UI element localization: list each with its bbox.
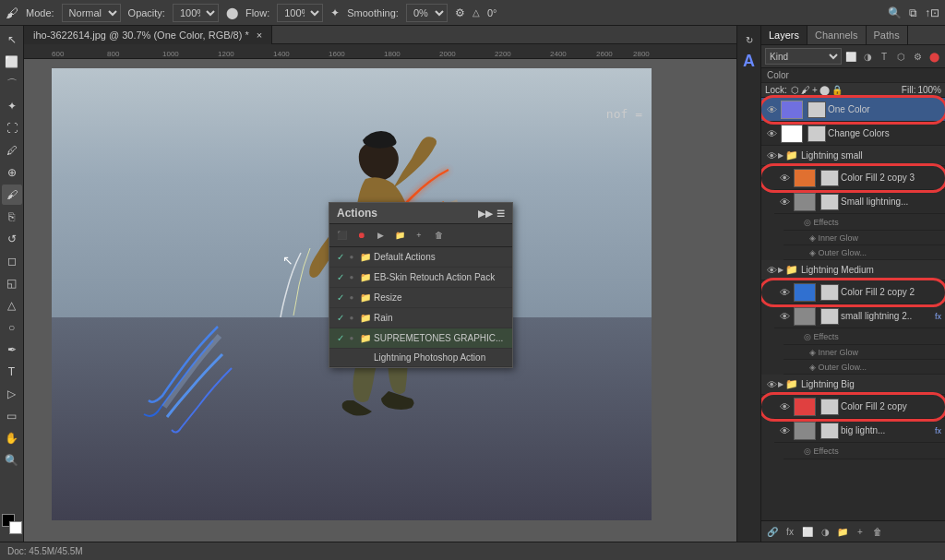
play-btn[interactable]: ▶	[372, 228, 389, 243]
eyedropper-tool[interactable]: 🖊	[2, 140, 22, 161]
action-row-ebskin[interactable]: ✓ ● 📁 EB-Skin Retouch Action Pack	[329, 268, 512, 288]
new-layer-btn[interactable]: +	[853, 524, 867, 539]
fg-bg-swatches[interactable]	[2, 514, 22, 534]
zoom-tool[interactable]: 🔍	[2, 450, 22, 471]
background-color[interactable]	[9, 521, 22, 534]
fill-value[interactable]: 100%	[917, 85, 941, 95]
new-set-btn[interactable]: 📁	[391, 228, 408, 243]
group-row-lightning-small[interactable]: 👁 ▶ 📁 Lightning small	[761, 146, 945, 166]
lock-position-btn[interactable]: +	[812, 85, 818, 95]
gradient-tool[interactable]: ◱	[2, 273, 22, 293]
action-row-default[interactable]: ✓ ● 📁 Default Actions	[329, 247, 512, 268]
layer-link-btn[interactable]: 🔗	[765, 524, 780, 539]
image-viewport[interactable]: ↖ nof = Actions ▶▶ ☰ ⬛ ⏺ ▶ 📁	[24, 59, 736, 542]
action-row-resize[interactable]: ✓ ● 📁 Resize	[329, 288, 512, 308]
pixel-filter-btn[interactable]: ⬜	[843, 49, 858, 64]
eye-icon-fill-copy2[interactable]: 👁	[778, 287, 791, 298]
triangle-medium[interactable]: ▶	[778, 266, 784, 274]
eye-icon-fill-copy[interactable]: 👁	[778, 401, 791, 412]
triangle-big[interactable]: ▶	[778, 380, 784, 388]
shape-filter-btn[interactable]: ⬡	[893, 49, 908, 64]
airbrush-icon: ✦	[330, 6, 340, 19]
layer-adjustment-btn[interactable]: ◑	[818, 524, 832, 539]
record-btn[interactable]: ⏺	[353, 228, 369, 243]
lock-transparent-btn[interactable]: ⬡	[791, 85, 799, 95]
eraser-tool[interactable]: ◻	[2, 251, 22, 271]
eye-icon-grp-medium[interactable]: 👁	[765, 265, 778, 276]
layer-row-color-fill-copy3[interactable]: 👁 Color Fill 2 copy 3	[774, 166, 945, 190]
eye-icon-small-lightning2[interactable]: 👁	[778, 311, 791, 322]
layer-name-one-color: One Color	[828, 104, 941, 114]
clone-stamp-tool[interactable]: ⎘	[2, 207, 22, 227]
actions-expand-icon[interactable]: ▶▶	[478, 209, 493, 219]
magic-wand-tool[interactable]: ✦	[2, 96, 22, 116]
layer-row-color-fill-copy2[interactable]: 👁 Color Fill 2 copy 2	[774, 280, 945, 304]
shape-tool[interactable]: ▭	[2, 406, 22, 426]
action-row-lightning[interactable]: Lightning Photoshop Action	[329, 349, 512, 367]
path-select-tool[interactable]: ▷	[2, 384, 22, 404]
opacity-select[interactable]: 100%	[173, 4, 219, 22]
layer-row-color-fill-copy[interactable]: 👁 Color Fill 2 copy	[774, 395, 945, 419]
lasso-tool[interactable]: ⌒	[2, 74, 22, 94]
kind-filter-select[interactable]: Kind	[765, 48, 842, 65]
layer-row-change-colors[interactable]: 👁 Change Colors	[761, 122, 945, 146]
tab-layers[interactable]: Layers	[761, 26, 807, 44]
smart-filter-btn[interactable]: ⚙	[910, 49, 925, 64]
text-tool[interactable]: T	[2, 362, 22, 382]
flow-select[interactable]: 100%	[277, 4, 323, 22]
layer-effects-btn[interactable]: fx	[783, 524, 797, 539]
blur-tool[interactable]: △	[2, 295, 22, 316]
document-tab[interactable]: iho-3622614.jpg @ 30.7% (One Color, RGB/…	[24, 26, 272, 44]
rectangle-select-tool[interactable]: ⬜	[2, 52, 22, 72]
lock-image-btn[interactable]: 🖌	[801, 85, 810, 95]
eye-icon-change-colors[interactable]: 👁	[765, 128, 778, 139]
lock-all-btn[interactable]: 🔒	[831, 85, 843, 95]
layer-mask-btn[interactable]: ⬜	[800, 524, 815, 539]
group-row-lightning-medium[interactable]: 👁 ▶ 📁 Lightning Medium	[761, 260, 945, 280]
type-filter-btn[interactable]: T	[877, 49, 891, 64]
layer-row-small-lightning2[interactable]: 👁 small lightning 2.. fx	[774, 304, 945, 328]
search-icon[interactable]: 🔍	[888, 6, 902, 19]
adjustment-filter-btn[interactable]: ◑	[860, 49, 875, 64]
layer-row-small-lightning[interactable]: 👁 Small lightning...	[774, 190, 945, 214]
delete-action-btn[interactable]: 🗑	[430, 228, 447, 243]
eye-icon-one-color[interactable]: 👁	[765, 104, 778, 115]
layer-row-one-color[interactable]: 👁 One Color	[761, 98, 945, 122]
filter-toggle[interactable]: ⬤	[927, 49, 941, 64]
eye-icon-small-lightning[interactable]: 👁	[778, 197, 791, 208]
move-tool[interactable]: ↖	[2, 30, 22, 50]
layer-row-big-lightning[interactable]: 👁 big lightn... fx	[774, 419, 945, 443]
crop-tool[interactable]: ⛶	[2, 118, 22, 138]
share-icon[interactable]: ↑⊡	[925, 6, 939, 19]
brush-tool[interactable]: 🖌	[2, 185, 22, 205]
tab-paths[interactable]: Paths	[867, 26, 908, 44]
lock-artboard-btn[interactable]: ⬤	[819, 85, 830, 95]
eye-icon-fill-copy3[interactable]: 👁	[778, 173, 791, 184]
action-row-supremetones[interactable]: ✓ ● 📁 SUPREMETONES GRAPHIC...	[329, 328, 512, 349]
tab-channels[interactable]: Channels	[807, 26, 866, 44]
smoothing-select[interactable]: 0%	[406, 4, 448, 22]
hand-tool[interactable]: ✋	[2, 428, 22, 448]
group-row-lightning-big[interactable]: 👁 ▶ 📁 Lightning Big	[761, 375, 945, 395]
settings-icon[interactable]: ⚙	[455, 6, 465, 19]
mode-select[interactable]: Normal	[62, 4, 121, 22]
tab-close-btn[interactable]: ×	[257, 30, 262, 41]
delete-layer-btn[interactable]: 🗑	[870, 524, 885, 539]
history-brush-tool[interactable]: ↺	[2, 229, 22, 249]
new-action-btn[interactable]: +	[411, 228, 427, 243]
eye-icon-big-lightning[interactable]: 👁	[778, 425, 791, 436]
mask-change-colors	[807, 125, 826, 142]
eye-icon-grp-big[interactable]: 👁	[765, 379, 778, 390]
layer-folder-btn[interactable]: 📁	[835, 524, 850, 539]
heal-tool[interactable]: ⊕	[2, 162, 22, 183]
dodge-tool[interactable]: ○	[2, 317, 22, 338]
folder-icon-big: 📁	[785, 378, 798, 390]
pen-tool[interactable]: ✒	[2, 340, 22, 360]
arrange-icon[interactable]: ⧉	[909, 6, 917, 19]
stop-btn[interactable]: ⬛	[333, 228, 350, 243]
actions-menu-icon[interactable]: ☰	[496, 209, 505, 219]
eye-icon-grp-small[interactable]: 👁	[765, 150, 778, 161]
action-row-rain[interactable]: ✓ ● 📁 Rain	[329, 308, 512, 328]
rotate-canvas-btn[interactable]: ↻	[739, 30, 760, 50]
triangle-small[interactable]: ▶	[778, 151, 784, 160]
